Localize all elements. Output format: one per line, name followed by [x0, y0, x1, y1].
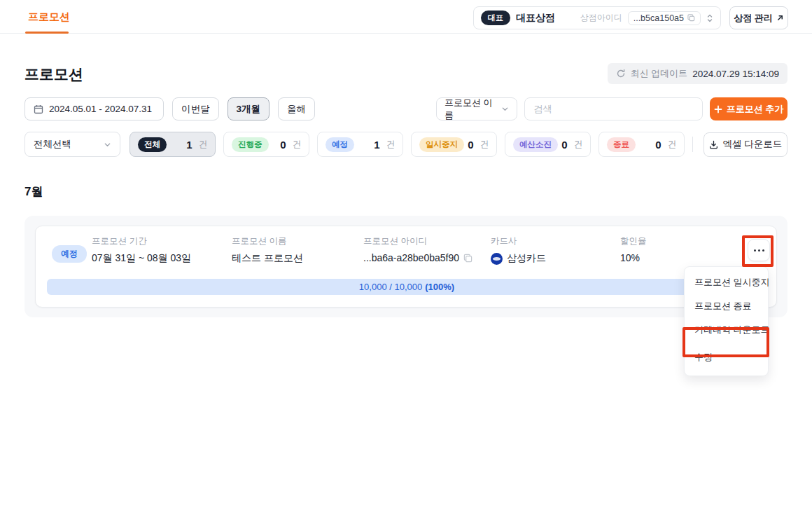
ellipsis-icon [754, 249, 756, 251]
status-chip-ended[interactable]: 종료 0 건 [598, 132, 685, 157]
status-pill: 진행중 [232, 137, 269, 152]
status-unit: 건 [293, 139, 302, 151]
status-unit: 건 [668, 139, 677, 151]
field-value: ...ba6a-a28be0ba5f90 [363, 252, 472, 263]
active-tab-underline [25, 32, 69, 34]
quick-range-3-months[interactable]: 3개월 [227, 97, 270, 120]
menu-item-edit[interactable]: 수정 [685, 342, 768, 372]
status-pill: 예산소진 [513, 137, 558, 152]
menu-item-download-transactions[interactable]: 거래내역 다운로드 [685, 318, 768, 342]
field-promotion-period: 프로모션 기간 07월 31일 ~ 08월 03일 [92, 235, 191, 265]
select-all-dropdown[interactable]: 전체선택 [24, 132, 120, 157]
budget-progress-text: 10,000 / 10,000 [359, 282, 422, 292]
field-promotion-id: 프로모션 아이디 ...ba6a-a28be0ba5f90 [363, 235, 472, 263]
date-range-picker[interactable]: 2024.05.01 - 2024.07.31 [24, 97, 164, 120]
store-manage-button[interactable]: 상점 관리 [729, 6, 788, 29]
last-updated-label: 최신 업데이트 [631, 67, 688, 80]
status-count: 0 [655, 139, 661, 151]
promotion-card[interactable]: 예정 프로모션 기간 07월 31일 ~ 08월 03일 프로모션 이름 테스트… [35, 226, 777, 308]
field-label: 프로모션 아이디 [363, 235, 472, 247]
status-pill: 예정 [326, 137, 354, 152]
field-value: 테스트 프로모션 [232, 252, 303, 265]
field-label: 프로모션 기간 [92, 235, 191, 247]
status-count: 0 [280, 139, 286, 151]
promotion-status-badge: 예정 [52, 245, 87, 263]
chevron-down-icon [501, 105, 509, 113]
promotion-dashboard-page: 프로모션 대표 대표상점 상점아이디 ...b5ca150a5 상점 관리 프로… [0, 0, 812, 531]
add-promotion-button[interactable]: 프로모션 추가 [710, 97, 788, 120]
field-value: 삼성카드 [491, 252, 546, 265]
store-id-label: 상점아이디 [580, 12, 622, 24]
field-label: 카드사 [491, 235, 546, 247]
status-pill: 전체 [138, 137, 167, 152]
status-unit: 건 [199, 139, 208, 151]
status-chip-running[interactable]: 진행중 0 건 [223, 132, 309, 157]
last-updated: 최신 업데이트 2024.07.29 15:14:09 [608, 63, 788, 84]
field-value: 10% [620, 252, 647, 263]
copy-icon[interactable] [687, 14, 695, 22]
menu-item-pause-promotion[interactable]: 프로모션 일시중지 [685, 270, 768, 294]
month-section-title: 7월 [24, 184, 43, 200]
divider [692, 137, 693, 152]
field-label: 할인율 [620, 235, 647, 247]
store-selector[interactable]: 대표 대표상점 상점아이디 ...b5ca150a5 [473, 6, 721, 29]
download-icon [709, 140, 718, 149]
field-promotion-name: 프로모션 이름 테스트 프로모션 [232, 235, 303, 265]
status-unit: 건 [574, 139, 583, 151]
page-title: 프로모션 [24, 64, 83, 84]
plus-icon [714, 105, 722, 113]
calendar-icon [34, 104, 43, 114]
status-count: 1 [374, 139, 379, 151]
status-count: 0 [561, 139, 567, 151]
search-field-select[interactable]: 프로모션 이름 [436, 97, 517, 120]
nav-tab-promotion[interactable]: 프로모션 [28, 0, 70, 34]
external-link-icon [776, 14, 784, 22]
refresh-icon[interactable] [616, 69, 626, 78]
store-id-value[interactable]: ...b5ca150a5 [628, 11, 701, 25]
excel-download-button[interactable]: 엑셀 다운로드 [704, 132, 788, 157]
month-group-container: 예정 프로모션 기간 07월 31일 ~ 08월 03일 프로모션 이름 테스트… [24, 216, 788, 317]
status-chip-all[interactable]: 전체 1 건 [130, 132, 216, 157]
chevron-updown-icon[interactable] [706, 13, 713, 23]
menu-item-end-promotion[interactable]: 프로모션 종료 [685, 294, 768, 318]
field-card-issuer: 카드사 삼성카드 [491, 235, 546, 265]
quick-range-this-month[interactable]: 이번달 [172, 97, 219, 120]
top-header: 프로모션 대표 대표상점 상점아이디 ...b5ca150a5 상점 관리 [0, 0, 812, 34]
budget-progress-percent: (100%) [425, 282, 454, 292]
copy-icon[interactable] [463, 254, 472, 263]
status-count: 1 [186, 139, 192, 151]
field-label: 프로모션 이름 [232, 235, 303, 247]
budget-progress-bar: 10,000 / 10,000 (100%) [47, 279, 766, 295]
status-count: 0 [468, 139, 473, 151]
field-value: 07월 31일 ~ 08월 03일 [92, 252, 191, 265]
status-chip-paused[interactable]: 일시중지 0 건 [411, 132, 497, 157]
card-issuer-icon [491, 253, 503, 265]
store-name: 대표상점 [516, 12, 555, 25]
search-cluster: 프로모션 이름 프로모션 추가 [436, 97, 788, 120]
status-pill: 일시중지 [419, 137, 464, 152]
status-chip-scheduled[interactable]: 예정 1 건 [317, 132, 403, 157]
last-updated-time: 2024.07.29 15:14:09 [692, 69, 779, 79]
search-input[interactable] [524, 97, 703, 120]
more-actions-button[interactable] [748, 239, 770, 261]
status-chip-budget-exhausted[interactable]: 예산소진 0 건 [505, 132, 591, 157]
field-discount-rate: 할인율 10% [620, 235, 647, 263]
status-unit: 건 [386, 139, 396, 151]
store-type-badge: 대표 [481, 11, 510, 25]
promotion-context-menu: 프로모션 일시중지 프로모션 종료 거래내역 다운로드 수정 [684, 266, 769, 376]
chevron-down-icon [104, 141, 111, 149]
quick-range-this-year[interactable]: 올해 [278, 97, 315, 120]
status-unit: 건 [480, 139, 489, 151]
status-pill: 종료 [607, 137, 636, 152]
status-filter-row: 전체선택 전체 1 건 진행중 0 건 예정 1 건 일시중지 0 건 예산소진… [24, 132, 788, 157]
date-filter-row: 2024.05.01 - 2024.07.31 이번달 3개월 올해 프로모션 … [24, 97, 788, 120]
